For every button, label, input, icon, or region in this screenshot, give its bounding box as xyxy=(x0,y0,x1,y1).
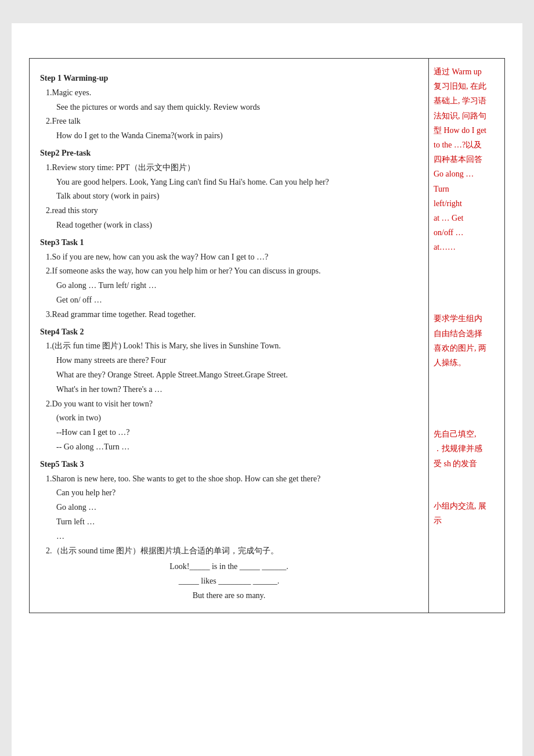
sidebar-b2-line-3: 喜欢的图片, 两 xyxy=(434,341,500,355)
step4-item2-sub: (work in two) xyxy=(40,411,418,425)
step1-item1-detail: See the pictures or words and say them q… xyxy=(40,100,418,114)
sidebar-block4: 小组内交流, 展 示 xyxy=(434,499,500,528)
sidebar-line-8: Go along … xyxy=(434,167,500,181)
step2-item2: 2.read this story xyxy=(40,204,418,218)
step1-header: Step 1 Warming-up xyxy=(40,71,418,85)
step3-item2-sub2: Get on/ off … xyxy=(40,293,418,307)
sidebar-b3-line-3: 受 sh 的发音 xyxy=(434,456,500,471)
page: Step 1 Warming-up 1.Magic eyes. See the … xyxy=(12,23,522,756)
step2-item1-sub1: Talk about story (work in pairs) xyxy=(40,189,418,203)
sidebar-line-4: 法知识, 问路句 xyxy=(434,109,500,123)
step4-item1-q2: What are they? Orange Street. Apple Stre… xyxy=(40,368,418,382)
step5-item1: 1.Sharon is new here, too. She wants to … xyxy=(40,472,418,486)
step5-header: Step5 Task 3 xyxy=(40,458,418,471)
step4-item1: 1.(出示 fun time 图片) Look! This is Mary, s… xyxy=(40,339,418,353)
sidebar-b4-line-1: 小组内交流, 展 xyxy=(434,499,500,513)
step2-item1: 1.Review story time: PPT（出示文中图片） xyxy=(40,161,418,175)
sidebar-line-11: at … Get xyxy=(434,211,500,225)
step2-item2-sub1: Read together (work in class) xyxy=(40,218,418,232)
content-wrapper: Step 1 Warming-up 1.Magic eyes. See the … xyxy=(29,58,505,613)
sidebar-line-3: 基础上, 学习语 xyxy=(434,93,500,108)
sidebar-b3-line-1: 先自己填空, xyxy=(434,427,500,441)
step5-item1-sub2: Go along … xyxy=(40,501,418,514)
sidebar: 通过 Warm up 复习旧知, 在此 基础上, 学习语 法知识, 问路句 型 … xyxy=(429,59,504,613)
step4-item2: 2.Do you want to visit her town? xyxy=(40,397,418,411)
step5-item1-sub3: Turn left … xyxy=(40,515,418,529)
step3-item2-sub1: Go along … Turn left/ right … xyxy=(40,279,418,293)
step5-item2-line1: Look!_____ is in the _____ ______. xyxy=(40,560,418,574)
step5-item1-sub1: Can you help her? xyxy=(40,486,418,500)
sidebar-block2: 要求学生组内 自由结合选择 喜欢的图片, 两 人操练。 xyxy=(434,311,500,370)
main-content: Step 1 Warming-up 1.Magic eyes. See the … xyxy=(30,59,429,613)
sidebar-line-12: on/off … xyxy=(434,225,500,240)
sidebar-block3: 先自己填空, ．找规律并感 受 sh 的发音 xyxy=(434,427,500,471)
sidebar-line-1: 通过 Warm up xyxy=(434,64,500,79)
step5-item1-sub4: … xyxy=(40,530,418,543)
step4-item1-q3: What's in her town? There's a … xyxy=(40,383,418,397)
step5-item2: 2.（出示 sound time 图片）根据图片填上合适的单词，完成句子。 xyxy=(40,544,418,558)
sidebar-block1: 通过 Warm up 复习旧知, 在此 基础上, 学习语 法知识, 问路句 型 … xyxy=(434,64,500,254)
step1-item2: 2.Free talk xyxy=(40,114,418,128)
step3-item3: 3.Read grammar time together. Read toget… xyxy=(40,308,418,322)
step3-item2: 2.If someone asks the way, how can you h… xyxy=(40,264,418,278)
sidebar-line-2: 复习旧知, 在此 xyxy=(434,79,500,93)
step4-item2-dialog2: -- Go along …Turn … xyxy=(40,440,418,454)
sidebar-line-10: left/right xyxy=(434,196,500,211)
step2-header: Step2 Pre-task xyxy=(40,146,418,160)
step5-item2-line3: But there are so many. xyxy=(40,589,418,603)
sidebar-line-7: 四种基本回答 xyxy=(434,152,500,167)
sidebar-b2-line-4: 人操练。 xyxy=(434,355,500,370)
step4-item2-dialog1: --How can I get to …? xyxy=(40,426,418,440)
sidebar-line-13: at…… xyxy=(434,240,500,254)
step1-item2-detail: How do I get to the Wanda Cinema?(work i… xyxy=(40,129,418,143)
sidebar-line-9: Turn xyxy=(434,182,500,196)
step3-header: Step3 Task 1 xyxy=(40,236,418,250)
step2-item1-detail: You are good helpers. Look, Yang Ling ca… xyxy=(40,175,418,189)
sidebar-b2-line-2: 自由结合选择 xyxy=(434,326,500,341)
step4-header: Step4 Task 2 xyxy=(40,325,418,339)
sidebar-line-6: to the …?以及 xyxy=(434,138,500,152)
step4-item1-q1: How many streets are there? Four xyxy=(40,354,418,368)
step3-item1: 1.So if you are new, how can you ask the… xyxy=(40,250,418,264)
sidebar-line-5: 型 How do I get xyxy=(434,123,500,138)
step1-item1: 1.Magic eyes. xyxy=(40,86,418,100)
step5-item2-line2: _____ likes ________ ______. xyxy=(40,574,418,588)
sidebar-b4-line-2: 示 xyxy=(434,513,500,528)
sidebar-b3-line-2: ．找规律并感 xyxy=(434,441,500,456)
sidebar-b2-line-1: 要求学生组内 xyxy=(434,311,500,326)
